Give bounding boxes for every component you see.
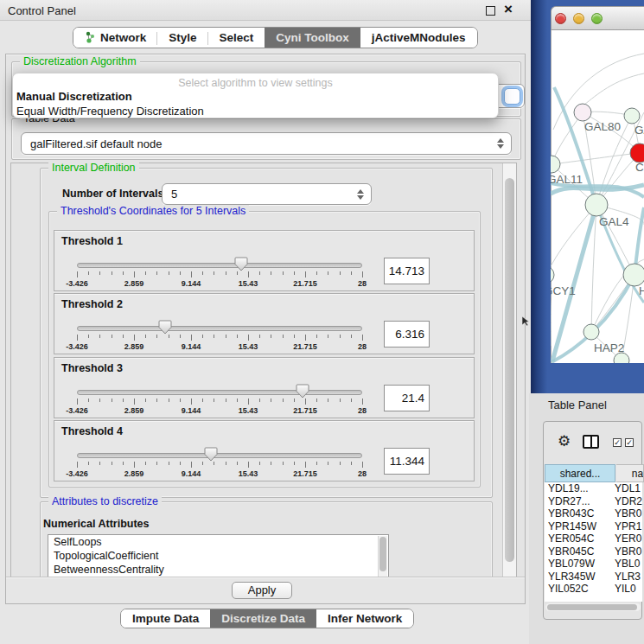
network-node-h[interactable] bbox=[623, 264, 644, 286]
tick-mark bbox=[77, 271, 78, 277]
slider-thumb[interactable] bbox=[204, 447, 218, 465]
attribute-item[interactable]: SelfLoops bbox=[48, 535, 388, 549]
threshold-value-field[interactable]: 6.316 bbox=[384, 321, 430, 348]
slider-track[interactable] bbox=[77, 453, 362, 458]
cell-name: YER0 bbox=[615, 532, 642, 545]
network-node-gal4[interactable] bbox=[585, 194, 608, 216]
table-data-combo[interactable]: galFiltered.sif default node bbox=[21, 132, 512, 155]
table-header-shared-name[interactable]: shared... bbox=[545, 464, 615, 482]
tick-label: -3.426 bbox=[58, 279, 96, 288]
network-node-gal80[interactable] bbox=[574, 104, 591, 121]
checkbox-icon[interactable]: ✓ bbox=[613, 438, 622, 447]
minimize-traffic-light[interactable] bbox=[573, 13, 584, 24]
tick-mark bbox=[271, 462, 271, 465]
table-row[interactable]: YBR043CYBR0 bbox=[545, 507, 642, 520]
network-node-red[interactable] bbox=[630, 143, 644, 163]
tick-label: 21.715 bbox=[286, 469, 324, 478]
tick-mark bbox=[271, 335, 271, 338]
tab-impute-data[interactable]: Impute Data bbox=[121, 609, 210, 628]
tab-network[interactable]: Network bbox=[73, 28, 157, 48]
cell-name: YBR0 bbox=[615, 545, 642, 558]
num-intervals-value: 5 bbox=[163, 188, 354, 201]
tab-infer-network[interactable]: Infer Network bbox=[316, 609, 413, 628]
horizontal-scrollbar[interactable] bbox=[545, 603, 641, 611]
num-intervals-combo[interactable]: 5 bbox=[162, 183, 372, 205]
tick-mark bbox=[259, 462, 260, 465]
tick-mark bbox=[316, 399, 317, 402]
scrollbar-thumb[interactable] bbox=[505, 178, 514, 562]
tab-discretize-data[interactable]: Discretize Data bbox=[210, 609, 316, 628]
combo-spinner-icon[interactable] bbox=[354, 189, 367, 200]
algorithm-option-manual[interactable]: Manual Discretization bbox=[16, 90, 132, 103]
threshold-value-field[interactable]: 14.713 bbox=[384, 258, 430, 284]
algorithm-option-equal-width[interactable]: Equal Width/Frequency Discretization bbox=[16, 105, 204, 118]
table-row[interactable]: YBL079WYBL0 bbox=[545, 558, 642, 571]
close-traffic-light[interactable] bbox=[555, 13, 566, 24]
tick-mark bbox=[340, 335, 341, 338]
attribute-item[interactable]: TopologicalCoefficient bbox=[48, 549, 388, 563]
table-row[interactable]: YLR345WYLR3 bbox=[545, 571, 642, 583]
network-node-gcy1[interactable] bbox=[551, 266, 554, 284]
table-header-name[interactable]: na bbox=[616, 464, 644, 482]
zoom-traffic-light[interactable] bbox=[591, 13, 603, 24]
slider-thumb[interactable] bbox=[296, 384, 309, 402]
tick-mark bbox=[305, 335, 306, 341]
tick-label: 28 bbox=[343, 279, 381, 288]
cell-shared-name: YBR045C bbox=[545, 545, 615, 558]
tick-label: 9.144 bbox=[172, 342, 210, 351]
threshold-label: Threshold 3 bbox=[61, 362, 123, 374]
checkbox-icon[interactable]: ✓ bbox=[625, 438, 634, 447]
network-edge[interactable] bbox=[551, 205, 596, 275]
gear-icon[interactable]: ⚙ bbox=[558, 432, 571, 450]
slider-thumb[interactable] bbox=[158, 320, 172, 338]
slider-track[interactable] bbox=[77, 390, 362, 395]
table-row[interactable]: YDR27...YDR2 bbox=[545, 495, 642, 508]
cell-shared-name: YDR27... bbox=[545, 495, 615, 508]
tab-select[interactable]: Select bbox=[208, 28, 265, 48]
attributes-group-title: Attributes to discretize bbox=[48, 495, 162, 507]
network-node-hap2[interactable] bbox=[583, 324, 599, 340]
tab-label: Impute Data bbox=[132, 612, 199, 625]
tick-mark bbox=[191, 271, 192, 277]
table-row[interactable]: YBR045CYBR0 bbox=[545, 545, 642, 558]
close-icon[interactable]: × bbox=[504, 1, 513, 18]
attributes-list-scrollbar[interactable] bbox=[378, 536, 387, 577]
network-edge[interactable] bbox=[584, 73, 644, 105]
tick-mark bbox=[226, 399, 226, 402]
tick-mark bbox=[237, 335, 238, 338]
slider-track[interactable] bbox=[77, 263, 362, 268]
tick-mark bbox=[328, 271, 328, 275]
combo-spinner-icon[interactable] bbox=[494, 138, 507, 149]
attributes-list[interactable]: SelfLoopsTopologicalCoefficientBetweenne… bbox=[48, 534, 389, 577]
network-node-ga[interactable] bbox=[624, 108, 640, 124]
tab-style[interactable]: Style bbox=[157, 28, 207, 48]
vertical-scrollbar[interactable] bbox=[502, 163, 516, 583]
algorithm-combo-spinner[interactable] bbox=[504, 88, 520, 105]
tab-label: Network bbox=[100, 31, 146, 44]
tick-label: 2.859 bbox=[115, 342, 153, 351]
tab-cyni-toolbox[interactable]: Cyni Toolbox bbox=[265, 28, 360, 48]
cell-name: YPR1 bbox=[615, 520, 642, 533]
tick-mark bbox=[248, 335, 249, 341]
float-window-icon[interactable] bbox=[486, 6, 495, 16]
tab-jactivemnodules[interactable]: jActiveMNodules bbox=[360, 28, 477, 48]
network-graph[interactable]: GAL80GACGAL11GAL4GCY1HHAP2 bbox=[551, 30, 644, 363]
table-row[interactable]: YIL052CYIL0 bbox=[545, 583, 642, 596]
tick-label: 9.144 bbox=[172, 406, 210, 415]
slider-thumb[interactable] bbox=[234, 257, 248, 275]
split-columns-icon[interactable] bbox=[583, 435, 599, 449]
tick-mark bbox=[271, 271, 271, 275]
network-edge[interactable] bbox=[552, 153, 640, 164]
tick-mark bbox=[283, 335, 284, 338]
slider-track[interactable] bbox=[77, 326, 362, 331]
table-row[interactable]: YPR145WYPR1 bbox=[545, 520, 642, 533]
scrollbar-thumb[interactable] bbox=[547, 604, 637, 610]
threshold-value-field[interactable]: 21.4 bbox=[384, 385, 430, 411]
threshold-value-field[interactable]: 11.344 bbox=[384, 448, 430, 475]
cell-name: YBL0 bbox=[615, 558, 642, 571]
tick-mark bbox=[351, 399, 352, 402]
table-row[interactable]: YER054CYER0 bbox=[545, 532, 642, 545]
table-row[interactable]: YDL19...YDL1 bbox=[545, 482, 642, 495]
apply-button[interactable]: Apply bbox=[232, 582, 292, 599]
attribute-item[interactable]: BetweennessCentrality bbox=[48, 563, 388, 577]
